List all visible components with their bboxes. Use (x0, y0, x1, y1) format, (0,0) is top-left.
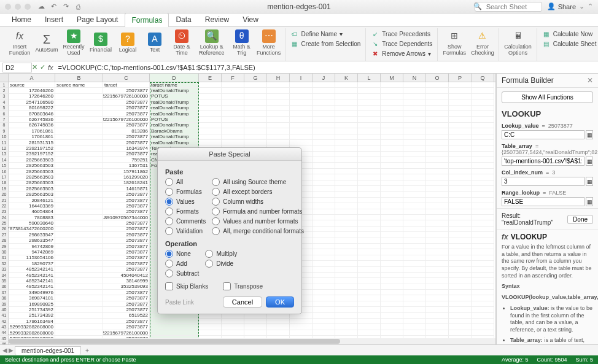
cell[interactable]: target name (150, 82, 199, 88)
cell[interactable] (426, 198, 449, 203)
cell[interactable]: 251734392 (9, 307, 55, 312)
search-box[interactable]: 🔍 (464, 2, 542, 12)
cell[interactable] (313, 111, 335, 117)
cell[interactable] (55, 145, 103, 151)
cell[interactable]: realDonaldTrump (150, 123, 199, 128)
cell[interactable] (472, 106, 494, 111)
cell[interactable] (358, 157, 381, 163)
cell[interactable] (358, 140, 381, 145)
cell[interactable] (358, 290, 381, 295)
cell[interactable] (335, 82, 358, 88)
cell[interactable] (449, 290, 472, 295)
cell[interactable] (426, 111, 449, 117)
cell[interactable] (403, 203, 426, 209)
cell[interactable] (472, 313, 494, 319)
cell[interactable] (358, 284, 381, 290)
cell[interactable] (199, 324, 222, 330)
cell[interactable] (335, 238, 358, 244)
range-picker-icon[interactable]: ▦ (586, 130, 593, 139)
financial-button[interactable]: $Financial (88, 28, 113, 58)
cell[interactable] (381, 227, 403, 232)
cell[interactable]: 46054864 (9, 209, 55, 215)
cell[interactable] (335, 244, 358, 249)
cell[interactable]: 25073877 (103, 134, 150, 140)
cell[interactable] (426, 244, 449, 249)
cell[interactable] (335, 220, 358, 226)
col-header[interactable]: D (150, 74, 199, 82)
cell[interactable] (472, 192, 494, 197)
share-button[interactable]: 👤 Share ⌄ ⌃ (547, 2, 593, 10)
cell[interactable] (222, 134, 244, 140)
cell[interactable]: 2825663503 (9, 180, 55, 186)
cell[interactable] (472, 180, 494, 186)
cell[interactable] (426, 145, 449, 151)
cell[interactable] (222, 140, 244, 145)
cell[interactable] (358, 220, 381, 226)
cell[interactable] (426, 249, 449, 255)
cell[interactable] (449, 174, 472, 180)
cell[interactable] (403, 220, 426, 226)
cell[interactable] (244, 94, 267, 99)
cell[interactable] (55, 295, 103, 301)
cell[interactable] (358, 261, 381, 266)
cell[interactable] (55, 284, 103, 290)
cell[interactable] (55, 238, 103, 244)
cell[interactable] (358, 209, 381, 215)
cell[interactable] (449, 232, 472, 238)
cell[interactable] (313, 313, 335, 319)
cell[interactable] (449, 128, 472, 134)
cell[interactable] (403, 174, 426, 180)
close-panel-icon[interactable]: ✕ (587, 76, 593, 85)
cell[interactable]: 78738143472600200 (9, 227, 55, 232)
cell[interactable] (426, 238, 449, 244)
cell[interactable] (335, 117, 358, 122)
cell[interactable] (290, 319, 313, 324)
cell[interactable]: 161299020 (103, 174, 150, 180)
cell[interactable] (381, 134, 403, 140)
cell[interactable] (472, 111, 494, 117)
cell[interactable] (403, 152, 426, 157)
cell[interactable]: 590030640 (9, 220, 55, 226)
cell[interactable] (472, 227, 494, 232)
col-header[interactable]: J (313, 74, 335, 82)
cell[interactable] (55, 88, 103, 93)
cell[interactable] (335, 174, 358, 180)
cell[interactable]: 169890825 (9, 301, 55, 307)
cell[interactable] (267, 94, 290, 99)
radio-option[interactable]: Divide (205, 260, 237, 268)
cell[interactable]: 25073877 (103, 140, 150, 145)
cell[interactable] (426, 261, 449, 266)
cell[interactable] (449, 307, 472, 312)
cell[interactable]: POTUS (150, 117, 199, 122)
col-header[interactable]: C (103, 74, 150, 82)
cell[interactable]: 14615871 (103, 186, 150, 192)
cell[interactable] (449, 94, 472, 99)
cell[interactable]: 25073877 (103, 209, 150, 215)
tab-insert[interactable]: Insert (38, 12, 70, 26)
cell[interactable] (358, 278, 381, 284)
cell[interactable] (222, 123, 244, 128)
cell[interactable] (472, 134, 494, 140)
cell[interactable] (335, 163, 358, 168)
cell[interactable] (449, 295, 472, 301)
cell[interactable] (381, 106, 403, 111)
cell[interactable] (313, 174, 335, 180)
cell[interactable] (449, 111, 472, 117)
cell[interactable]: 801698222 (9, 106, 55, 111)
select-all-corner[interactable] (0, 74, 9, 82)
define-name-button[interactable]: 🏷Define Name ▾ (290, 29, 361, 38)
cell[interactable] (381, 273, 403, 278)
cell[interactable] (381, 232, 403, 238)
cell[interactable] (199, 82, 222, 88)
cell[interactable] (403, 134, 426, 140)
cell[interactable] (381, 157, 403, 163)
cell[interactable] (358, 330, 381, 336)
cell[interactable] (335, 295, 358, 301)
cell[interactable] (426, 169, 449, 174)
range-picker-icon[interactable]: ▦ (586, 197, 593, 206)
cell[interactable] (381, 330, 403, 336)
cell[interactable]: 813286 (103, 128, 150, 134)
cell[interactable] (381, 117, 403, 122)
sheet-tab[interactable]: mention-edges-001 (15, 346, 81, 355)
cell[interactable] (472, 117, 494, 122)
